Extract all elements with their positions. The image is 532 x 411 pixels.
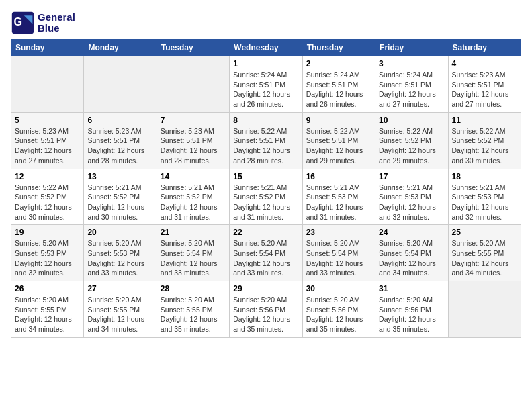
- calendar-cell: [157, 56, 229, 113]
- header-row: SundayMondayTuesdayWednesdayThursdayFrid…: [11, 40, 521, 56]
- day-info: Sunrise: 5:20 AM Sunset: 5:55 PM Dayligh…: [87, 295, 152, 334]
- calendar-week-4: 19Sunrise: 5:20 AM Sunset: 5:53 PM Dayli…: [11, 225, 521, 281]
- calendar-cell: 15Sunrise: 5:21 AM Sunset: 5:52 PM Dayli…: [230, 169, 302, 225]
- day-number: 16: [306, 172, 371, 181]
- calendar-cell: 27Sunrise: 5:20 AM Sunset: 5:55 PM Dayli…: [84, 281, 157, 338]
- day-number: 20: [87, 228, 152, 237]
- calendar-cell: 13Sunrise: 5:21 AM Sunset: 5:52 PM Dayli…: [84, 169, 157, 225]
- calendar-header: SundayMondayTuesdayWednesdayThursdayFrid…: [11, 40, 521, 56]
- day-number: 24: [379, 228, 444, 237]
- calendar-cell: 19Sunrise: 5:20 AM Sunset: 5:53 PM Dayli…: [11, 225, 84, 281]
- calendar-cell: 2Sunrise: 5:24 AM Sunset: 5:51 PM Daylig…: [302, 56, 375, 113]
- header-cell-saturday: Saturday: [448, 40, 521, 56]
- header-cell-thursday: Thursday: [302, 40, 375, 56]
- day-number: 4: [452, 59, 517, 68]
- day-info: Sunrise: 5:23 AM Sunset: 5:51 PM Dayligh…: [161, 126, 226, 166]
- day-info: Sunrise: 5:20 AM Sunset: 5:55 PM Dayligh…: [161, 295, 226, 334]
- day-info: Sunrise: 5:21 AM Sunset: 5:52 PM Dayligh…: [87, 183, 152, 222]
- day-info: Sunrise: 5:20 AM Sunset: 5:54 PM Dayligh…: [379, 238, 444, 278]
- day-info: Sunrise: 5:22 AM Sunset: 5:52 PM Dayligh…: [15, 183, 80, 222]
- day-number: 25: [452, 228, 517, 237]
- day-number: 23: [306, 228, 371, 237]
- calendar-cell: 16Sunrise: 5:21 AM Sunset: 5:53 PM Dayli…: [302, 169, 375, 225]
- day-number: 1: [233, 59, 298, 68]
- day-number: 12: [15, 172, 80, 181]
- day-info: Sunrise: 5:21 AM Sunset: 5:53 PM Dayligh…: [306, 183, 371, 222]
- calendar-body: 1Sunrise: 5:24 AM Sunset: 5:51 PM Daylig…: [11, 56, 521, 338]
- day-number: 9: [306, 116, 371, 125]
- day-info: Sunrise: 5:20 AM Sunset: 5:53 PM Dayligh…: [15, 238, 80, 278]
- calendar-cell: 29Sunrise: 5:20 AM Sunset: 5:56 PM Dayli…: [230, 281, 302, 338]
- day-number: 8: [233, 116, 298, 125]
- calendar-cell: 8Sunrise: 5:22 AM Sunset: 5:51 PM Daylig…: [230, 112, 302, 169]
- day-info: Sunrise: 5:20 AM Sunset: 5:56 PM Dayligh…: [306, 295, 371, 334]
- logo-icon: G: [11, 11, 35, 35]
- day-number: 11: [452, 116, 517, 125]
- day-info: Sunrise: 5:23 AM Sunset: 5:51 PM Dayligh…: [452, 70, 517, 109]
- day-info: Sunrise: 5:22 AM Sunset: 5:52 PM Dayligh…: [452, 126, 517, 166]
- day-number: 14: [161, 172, 226, 181]
- day-number: 22: [233, 228, 298, 237]
- calendar-cell: 17Sunrise: 5:21 AM Sunset: 5:53 PM Dayli…: [375, 169, 448, 225]
- day-number: 21: [161, 228, 226, 237]
- day-number: 19: [15, 228, 80, 237]
- day-number: 28: [161, 284, 226, 293]
- day-number: 6: [87, 116, 152, 125]
- calendar-cell: 31Sunrise: 5:20 AM Sunset: 5:56 PM Dayli…: [375, 281, 448, 338]
- calendar-cell: 20Sunrise: 5:20 AM Sunset: 5:53 PM Dayli…: [84, 225, 157, 281]
- calendar-cell: 4Sunrise: 5:23 AM Sunset: 5:51 PM Daylig…: [448, 56, 521, 113]
- logo: G General Blue: [11, 11, 75, 35]
- day-info: Sunrise: 5:20 AM Sunset: 5:53 PM Dayligh…: [87, 238, 152, 278]
- calendar-cell: [448, 281, 521, 338]
- day-info: Sunrise: 5:23 AM Sunset: 5:51 PM Dayligh…: [87, 126, 152, 166]
- logo-text: General Blue: [38, 12, 75, 34]
- calendar-cell: 1Sunrise: 5:24 AM Sunset: 5:51 PM Daylig…: [230, 56, 302, 113]
- calendar-table: SundayMondayTuesdayWednesdayThursdayFrid…: [11, 39, 521, 338]
- day-info: Sunrise: 5:21 AM Sunset: 5:53 PM Dayligh…: [452, 183, 517, 222]
- day-info: Sunrise: 5:20 AM Sunset: 5:54 PM Dayligh…: [233, 238, 298, 278]
- day-number: 31: [379, 284, 444, 293]
- calendar-cell: 3Sunrise: 5:24 AM Sunset: 5:51 PM Daylig…: [375, 56, 448, 113]
- day-info: Sunrise: 5:21 AM Sunset: 5:53 PM Dayligh…: [379, 183, 444, 222]
- calendar-week-2: 5Sunrise: 5:23 AM Sunset: 5:51 PM Daylig…: [11, 112, 521, 169]
- day-info: Sunrise: 5:21 AM Sunset: 5:52 PM Dayligh…: [233, 183, 298, 222]
- calendar-cell: 30Sunrise: 5:20 AM Sunset: 5:56 PM Dayli…: [302, 281, 375, 338]
- day-info: Sunrise: 5:24 AM Sunset: 5:51 PM Dayligh…: [379, 70, 444, 109]
- day-number: 18: [452, 172, 517, 181]
- page-header: G General Blue: [11, 11, 521, 35]
- day-number: 2: [306, 59, 371, 68]
- calendar-cell: 9Sunrise: 5:22 AM Sunset: 5:51 PM Daylig…: [302, 112, 375, 169]
- calendar-cell: 24Sunrise: 5:20 AM Sunset: 5:54 PM Dayli…: [375, 225, 448, 281]
- calendar-cell: 25Sunrise: 5:20 AM Sunset: 5:55 PM Dayli…: [448, 225, 521, 281]
- day-number: 27: [87, 284, 152, 293]
- header-cell-wednesday: Wednesday: [230, 40, 302, 56]
- svg-text:G: G: [14, 15, 23, 28]
- calendar-week-5: 26Sunrise: 5:20 AM Sunset: 5:55 PM Dayli…: [11, 281, 521, 338]
- calendar-cell: 21Sunrise: 5:20 AM Sunset: 5:54 PM Dayli…: [157, 225, 229, 281]
- day-number: 7: [161, 116, 226, 125]
- day-info: Sunrise: 5:20 AM Sunset: 5:55 PM Dayligh…: [15, 295, 80, 334]
- day-info: Sunrise: 5:20 AM Sunset: 5:54 PM Dayligh…: [161, 238, 226, 278]
- calendar-cell: 10Sunrise: 5:22 AM Sunset: 5:52 PM Dayli…: [375, 112, 448, 169]
- calendar-week-3: 12Sunrise: 5:22 AM Sunset: 5:52 PM Dayli…: [11, 169, 521, 225]
- calendar-cell: 22Sunrise: 5:20 AM Sunset: 5:54 PM Dayli…: [230, 225, 302, 281]
- day-info: Sunrise: 5:22 AM Sunset: 5:51 PM Dayligh…: [306, 126, 371, 166]
- calendar-cell: 18Sunrise: 5:21 AM Sunset: 5:53 PM Dayli…: [448, 169, 521, 225]
- day-info: Sunrise: 5:22 AM Sunset: 5:51 PM Dayligh…: [233, 126, 298, 166]
- day-number: 3: [379, 59, 444, 68]
- calendar-cell: 28Sunrise: 5:20 AM Sunset: 5:55 PM Dayli…: [157, 281, 229, 338]
- header-cell-sunday: Sunday: [11, 40, 84, 56]
- day-info: Sunrise: 5:20 AM Sunset: 5:56 PM Dayligh…: [379, 295, 444, 334]
- day-number: 30: [306, 284, 371, 293]
- day-number: 29: [233, 284, 298, 293]
- header-cell-tuesday: Tuesday: [157, 40, 229, 56]
- day-info: Sunrise: 5:20 AM Sunset: 5:54 PM Dayligh…: [306, 238, 371, 278]
- day-info: Sunrise: 5:22 AM Sunset: 5:52 PM Dayligh…: [379, 126, 444, 166]
- day-number: 5: [15, 116, 80, 125]
- day-info: Sunrise: 5:20 AM Sunset: 5:56 PM Dayligh…: [233, 295, 298, 334]
- day-info: Sunrise: 5:20 AM Sunset: 5:55 PM Dayligh…: [452, 238, 517, 278]
- day-number: 10: [379, 116, 444, 125]
- calendar-cell: 14Sunrise: 5:21 AM Sunset: 5:52 PM Dayli…: [157, 169, 229, 225]
- header-cell-monday: Monday: [84, 40, 157, 56]
- calendar-cell: 26Sunrise: 5:20 AM Sunset: 5:55 PM Dayli…: [11, 281, 84, 338]
